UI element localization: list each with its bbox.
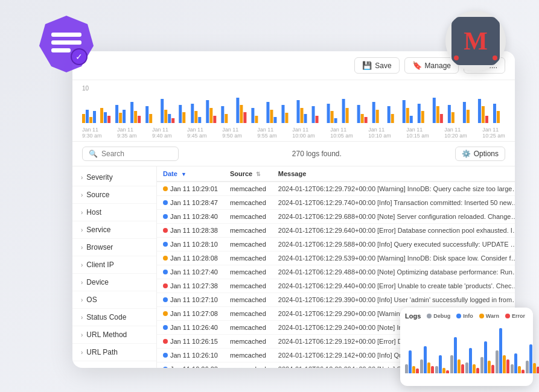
sidebar-item-label: Service xyxy=(86,226,110,234)
sidebar-item-status-code[interactable]: › Status Code xyxy=(72,309,156,326)
svg-rect-28 xyxy=(194,111,197,123)
app-icon-dot-left xyxy=(454,55,459,60)
sidebar-item-os[interactable]: › OS xyxy=(72,291,156,309)
bar-segment xyxy=(427,362,430,373)
chevron-right-icon: › xyxy=(81,174,83,181)
chevron-right-icon: › xyxy=(81,314,83,321)
logs-count: 270 logs found. xyxy=(292,150,342,158)
sidebar-item-label: Host xyxy=(86,208,101,217)
svg-rect-54 xyxy=(346,108,349,123)
table-row[interactable]: Jan 11 10:27:38 memcached 2024-01-12T06:… xyxy=(157,279,515,293)
svg-rect-25 xyxy=(179,105,182,123)
toolbar: 💾 Save 🔖 Manage 🔔 Cr... xyxy=(72,51,515,80)
table-row[interactable]: Jan 11 10:29:01 memcached 2024-01-12T06:… xyxy=(157,182,515,196)
bar-group xyxy=(526,344,539,373)
chevron-right-icon: › xyxy=(81,297,83,303)
svg-rect-65 xyxy=(418,104,421,123)
cell-date: Jan 11 10:29:01 xyxy=(157,182,224,196)
bar-segment xyxy=(420,359,423,373)
app-icon-dot-right xyxy=(493,55,497,60)
sidebar-item-source[interactable]: › Source xyxy=(72,186,156,204)
legend-debug: Debug xyxy=(427,313,450,319)
cell-date: Jan 11 10:27:40 xyxy=(157,265,224,279)
svg-rect-60 xyxy=(388,106,391,123)
severity-dot xyxy=(163,367,168,368)
table-row[interactable]: Jan 11 10:28:38 memcached 2024-01-12T06:… xyxy=(157,224,515,238)
chart-y-label: 10 xyxy=(82,85,505,92)
col-date[interactable]: Date ▼ xyxy=(157,166,224,182)
svg-rect-63 xyxy=(406,108,409,123)
bar-segment xyxy=(442,368,445,373)
search-input[interactable] xyxy=(101,150,172,158)
svg-rect-44 xyxy=(285,113,288,123)
sidebar-item-client-ip[interactable]: › Client IP xyxy=(72,256,156,274)
chevron-right-icon: › xyxy=(81,262,83,268)
cell-date: Jan 11 10:28:40 xyxy=(157,210,224,224)
sidebar-item-label: Status Code xyxy=(86,313,126,321)
cell-source: memcached xyxy=(224,238,272,251)
sidebar-item-url-path[interactable]: › URL Path xyxy=(72,344,156,361)
severity-dot xyxy=(163,311,168,316)
cell-date: Jan 11 10:27:08 xyxy=(157,307,224,321)
cell-date: Jan 11 10:26:15 xyxy=(157,335,224,349)
error-dot xyxy=(505,314,510,318)
table-row[interactable]: Jan 11 10:28:08 memcached 2024-01-12T06:… xyxy=(157,251,515,265)
svg-rect-1 xyxy=(51,40,81,45)
sidebar-item-url-method[interactable]: › URL Method xyxy=(72,326,156,344)
bar-segment xyxy=(511,364,514,373)
sidebar-item-device[interactable]: › Device xyxy=(72,274,156,291)
table-row[interactable]: Jan 11 10:28:47 memcached 2024-01-12T06:… xyxy=(157,196,515,210)
bar-segment xyxy=(409,350,412,373)
chevron-right-icon: › xyxy=(81,349,83,356)
search-icon: 🔍 xyxy=(89,150,98,158)
cell-message: 2024-01-12T06:12:29.390+00:00 [Info] Use… xyxy=(272,293,515,307)
cell-source: memcached xyxy=(224,293,272,307)
table-row[interactable]: Jan 11 10:27:10 memcached 2024-01-12T06:… xyxy=(157,293,515,307)
bar-segment xyxy=(480,357,483,373)
sidebar-item-label: Client IP xyxy=(86,261,113,269)
col-source[interactable]: Source ⇅ xyxy=(224,166,272,182)
bar-segment xyxy=(454,337,457,373)
table-row[interactable]: Jan 11 10:28:10 memcached 2024-01-12T06:… xyxy=(157,238,515,251)
manage-button[interactable]: 🔖 Manage xyxy=(404,57,459,74)
bookmark-icon: 🔖 xyxy=(412,61,422,70)
severity-dot xyxy=(163,200,168,205)
sidebar-item-browser[interactable]: › Browser xyxy=(72,239,156,256)
svg-rect-37 xyxy=(243,112,246,123)
svg-rect-31 xyxy=(209,108,212,123)
svg-rect-16 xyxy=(130,102,133,123)
cell-source: memcached xyxy=(224,224,272,238)
svg-rect-2 xyxy=(51,48,71,52)
bar-segment xyxy=(450,355,453,373)
severity-dot xyxy=(163,186,168,191)
svg-rect-50 xyxy=(327,104,330,123)
severity-dot xyxy=(163,256,168,261)
sidebar-item-host[interactable]: › Host xyxy=(72,204,156,221)
severity-dot xyxy=(163,228,168,233)
bar-chart-area xyxy=(405,322,528,373)
svg-rect-67 xyxy=(433,98,436,123)
svg-rect-26 xyxy=(182,112,185,123)
sidebar-item-severity[interactable]: › Severity xyxy=(72,169,156,186)
save-button[interactable]: 💾 Save xyxy=(354,57,399,74)
svg-rect-45 xyxy=(297,100,300,123)
cell-source: memcached xyxy=(224,307,272,321)
cell-source: memcached xyxy=(224,251,272,265)
table-row[interactable]: Jan 11 10:27:40 memcached 2024-01-12T06:… xyxy=(157,265,515,279)
table-row[interactable]: Jan 11 10:28:40 memcached 2024-01-12T06:… xyxy=(157,210,515,224)
search-box[interactable]: 🔍 xyxy=(82,147,179,161)
sidebar-item-service[interactable]: › Service xyxy=(72,221,156,239)
bar-segment xyxy=(491,365,494,373)
bar-segment xyxy=(431,366,434,373)
svg-rect-42 xyxy=(273,117,276,123)
cell-date: Jan 11 10:28:47 xyxy=(157,196,224,210)
svg-rect-34 xyxy=(225,114,228,123)
svg-rect-69 xyxy=(440,114,443,123)
svg-rect-46 xyxy=(301,108,304,123)
options-button[interactable]: ⚙️ Options xyxy=(455,147,505,161)
bar-segment xyxy=(412,366,415,373)
svg-rect-51 xyxy=(331,111,334,123)
legend-warn: Warn xyxy=(479,313,499,319)
svg-rect-58 xyxy=(372,102,375,123)
svg-rect-14 xyxy=(119,113,122,123)
